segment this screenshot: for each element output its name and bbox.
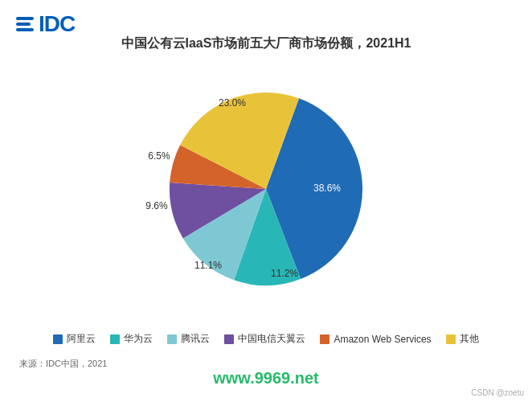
watermark: www.9969.net	[213, 369, 319, 388]
logo-text: IDC	[39, 13, 75, 35]
source-text: 来源：IDC中国，2021	[19, 358, 107, 370]
legend-label-tencent: 腾讯云	[181, 332, 210, 346]
legend-color-tianyi	[224, 334, 234, 344]
chart-area: 38.6% 11.2% 11.1% 9.6% 6.5% 23.0%	[113, 64, 419, 306]
label-tianyi: 9.6%	[145, 200, 168, 211]
chart-legend: 阿里云 华为云 腾讯云 中国电信天翼云 Amazon Web Services …	[0, 332, 532, 346]
label-other: 23.0%	[219, 97, 246, 109]
legend-label-alyun: 阿里云	[67, 332, 96, 346]
label-aws: 6.5%	[148, 150, 170, 162]
logo-line-1	[16, 17, 34, 20]
legend-item-tencent: 腾讯云	[167, 332, 210, 346]
logo-icon	[16, 17, 34, 31]
legend-label-aws: Amazon Web Services	[334, 334, 431, 345]
legend-color-other	[446, 334, 456, 344]
legend-label-tianyi: 中国电信天翼云	[238, 332, 305, 346]
legend-label-other: 其他	[460, 332, 479, 346]
legend-item-alyun: 阿里云	[53, 332, 96, 346]
csdn-credit: CSDN @zoetu	[471, 388, 524, 397]
legend-item-tianyi: 中国电信天翼云	[224, 332, 305, 346]
label-alyun: 38.6%	[313, 183, 341, 194]
label-tencent: 11.1%	[194, 260, 222, 271]
legend-color-huawei	[110, 334, 120, 344]
legend-color-alyun	[53, 334, 63, 344]
logo-line-2	[16, 23, 31, 26]
logo-area: IDC	[16, 13, 75, 35]
legend-color-tencent	[167, 334, 177, 344]
legend-item-huawei: 华为云	[110, 332, 153, 346]
legend-color-aws	[320, 334, 329, 344]
legend-item-other: 其他	[446, 332, 479, 346]
label-huawei: 11.2%	[271, 268, 298, 279]
legend-label-huawei: 华为云	[124, 332, 153, 346]
chart-title: 中国公有云IaaS市场前五大厂商市场份额，2021H1	[0, 35, 532, 52]
page-container: IDC 中国公有云IaaS市场前五大厂商市场份额，2021H1	[0, 0, 532, 402]
pie-chart-svg: 38.6% 11.2% 11.1% 9.6% 6.5% 23.0%	[113, 64, 419, 306]
logo-line-3	[16, 28, 34, 31]
legend-item-aws: Amazon Web Services	[320, 332, 431, 346]
